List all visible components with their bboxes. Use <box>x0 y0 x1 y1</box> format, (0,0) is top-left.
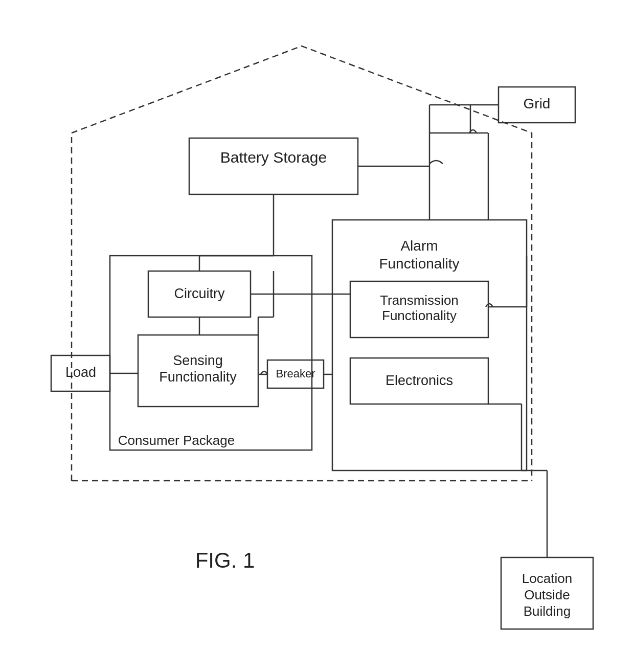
consumer-package-label: Consumer Package <box>118 433 235 448</box>
diagram-container: Battery Storage Grid Consumer Package Ci… <box>31 20 603 644</box>
battery-storage-box <box>189 138 358 194</box>
breaker-label: Breaker <box>276 367 315 380</box>
location-outside-label-1: Location <box>522 571 572 586</box>
location-outside-label-2: Outside <box>524 587 570 602</box>
transmission-functionality-label-1: Transmission <box>380 293 459 308</box>
location-outside-label-3: Building <box>524 603 571 619</box>
sensing-functionality-label-2: Functionality <box>159 369 237 385</box>
conn-arc-2 <box>429 161 443 164</box>
fig-label: FIG. 1 <box>195 548 255 572</box>
sensing-functionality-label-1: Sensing <box>173 353 223 368</box>
grid-label: Grid <box>524 96 551 111</box>
alarm-functionality-label-2: Functionality <box>379 256 459 272</box>
alarm-functionality-label-1: Alarm <box>400 238 438 254</box>
circuitry-label: Circuitry <box>174 286 225 301</box>
battery-storage-label: Battery Storage <box>220 149 327 166</box>
load-label: Load <box>65 365 96 380</box>
electronics-label: Electronics <box>386 373 453 388</box>
transmission-functionality-label-2: Functionality <box>382 308 457 323</box>
